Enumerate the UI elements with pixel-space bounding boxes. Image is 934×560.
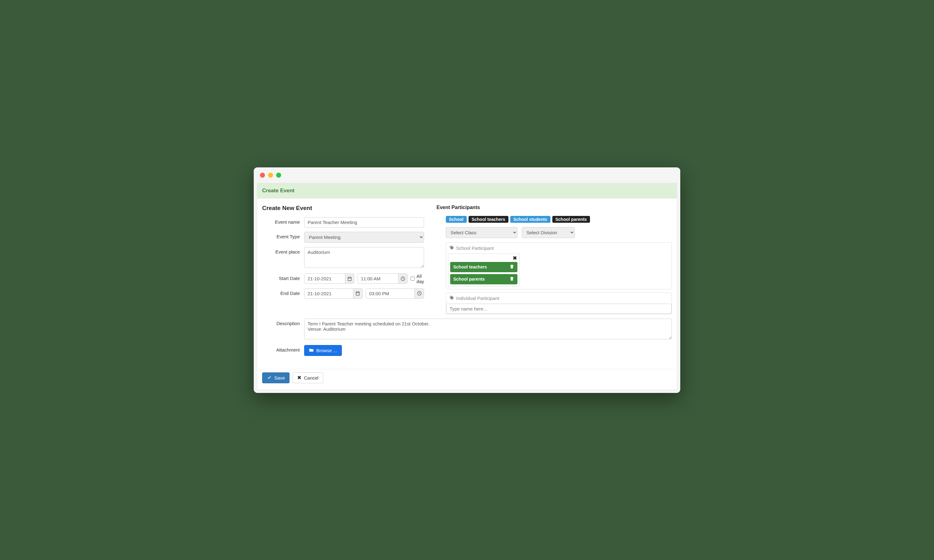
end-date-input[interactable] xyxy=(305,289,353,298)
school-participant-label: School Participant xyxy=(456,245,494,251)
all-day-checkbox[interactable] xyxy=(411,277,415,281)
calendar-icon[interactable] xyxy=(353,289,362,298)
panel-title: Create Event xyxy=(257,183,677,198)
folder-open-icon xyxy=(309,348,314,354)
individual-participant-input[interactable] xyxy=(446,304,672,314)
window-minimize-dot[interactable] xyxy=(268,173,273,178)
all-day-checkbox-wrapper[interactable]: All day xyxy=(411,274,424,284)
label-attachment: Attachment xyxy=(262,345,304,352)
tag-school-teachers[interactable]: School teachers xyxy=(469,216,509,223)
event-name-input[interactable] xyxy=(304,217,424,228)
close-icon: ✖ xyxy=(297,375,301,380)
start-time-input[interactable] xyxy=(358,274,398,283)
app-window: Create Event Create New Event Event name… xyxy=(254,168,680,393)
browse-label: Browse ... xyxy=(316,348,337,353)
participant-type-tags: School School teachers School students S… xyxy=(436,216,672,223)
main-panel: Create Event Create New Event Event name… xyxy=(257,183,677,390)
right-heading: Event Participants xyxy=(436,205,672,210)
end-time-input[interactable] xyxy=(366,289,415,298)
right-column: Event Participants School School teacher… xyxy=(436,205,672,317)
browse-button[interactable]: Browse ... xyxy=(304,345,342,356)
check-icon xyxy=(267,375,272,381)
cancel-button[interactable]: ✖ Cancel xyxy=(293,372,323,383)
calendar-icon[interactable] xyxy=(345,274,354,283)
chip-school-parents: School parents xyxy=(450,274,518,285)
left-heading: Create New Event xyxy=(262,205,424,212)
select-class[interactable]: Select Class xyxy=(446,227,518,238)
label-description: Description xyxy=(262,318,304,326)
trash-icon[interactable] xyxy=(509,264,514,270)
select-division[interactable]: Select Division xyxy=(522,227,575,238)
save-label: Save xyxy=(274,375,285,380)
tags-icon xyxy=(449,245,454,251)
save-button[interactable]: Save xyxy=(262,372,290,383)
footer-actions: Save ✖ Cancel xyxy=(257,369,677,386)
chips-container: ✖ School teachers School parents xyxy=(448,254,519,286)
start-date-input[interactable] xyxy=(305,274,345,283)
tag-school[interactable]: School xyxy=(446,216,467,223)
tag-school-students[interactable]: School students xyxy=(510,216,550,223)
window-titlebar xyxy=(254,168,680,183)
individual-participant-label: Individual Participant xyxy=(456,295,499,301)
trash-icon[interactable] xyxy=(509,276,514,282)
chip-label: School parents xyxy=(453,277,485,282)
event-place-textarea[interactable] xyxy=(304,247,424,268)
label-event-type: Event Type xyxy=(262,232,304,239)
cancel-label: Cancel xyxy=(304,375,319,380)
clock-icon[interactable] xyxy=(398,274,407,283)
all-day-label: All day xyxy=(416,274,424,284)
description-textarea[interactable] xyxy=(304,318,672,339)
left-column: Create New Event Event name Event Type P… xyxy=(262,205,424,317)
close-icon[interactable]: ✖ xyxy=(513,255,517,261)
tag-school-parents[interactable]: School parents xyxy=(552,216,590,223)
event-type-select[interactable]: Parent Meeting xyxy=(304,232,424,243)
label-start-date: Start Date xyxy=(262,274,304,281)
tags-icon xyxy=(449,295,454,301)
window-close-dot[interactable] xyxy=(260,173,265,178)
label-event-name: Event name xyxy=(262,217,304,225)
clock-icon[interactable] xyxy=(415,289,424,298)
window-zoom-dot[interactable] xyxy=(276,173,281,178)
chip-school-teachers: School teachers xyxy=(450,262,518,272)
individual-participant-box: Individual Participant xyxy=(446,292,672,314)
label-event-place: Event place xyxy=(262,247,304,254)
label-end-date: End Date xyxy=(262,288,304,296)
school-participant-box: School Participant ✖ School teachers xyxy=(446,242,672,289)
chip-label: School teachers xyxy=(453,265,487,269)
